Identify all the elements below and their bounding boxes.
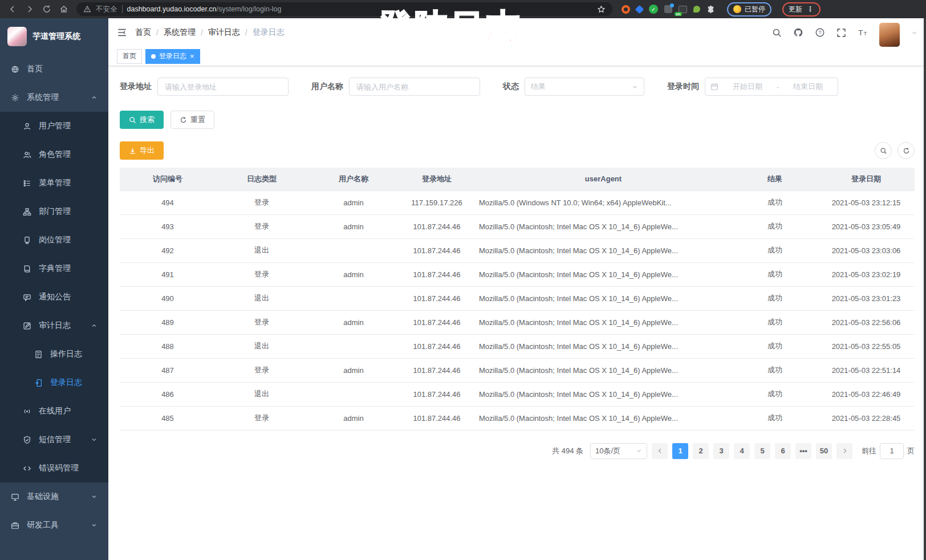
toggle-search-button[interactable] — [875, 142, 892, 159]
app-logo[interactable]: 芋道管理系统 — [0, 18, 108, 55]
sidebar-item-home[interactable]: 首页 — [0, 55, 108, 83]
sidebar-item-system[interactable]: 系统管理 — [0, 83, 108, 112]
sidebar-item-user-mgmt[interactable]: 用户管理 — [0, 112, 108, 140]
breadcrumb-item[interactable]: 系统管理 — [164, 27, 196, 38]
table-cell: Mozilla/5.0 (Windows NT 10.0; Win64; x64… — [474, 190, 732, 214]
goto-page-input[interactable] — [880, 443, 904, 459]
close-tab-icon[interactable]: × — [190, 52, 194, 60]
sidebar-item-login-log[interactable]: 登录日志 — [0, 368, 108, 397]
column-header: 结果 — [732, 168, 818, 190]
status-placeholder: 结果 — [531, 82, 546, 92]
goto-unit: 页 — [907, 446, 915, 456]
search-button[interactable]: 搜索 — [120, 111, 164, 129]
extension-icon-list[interactable]: on — [679, 6, 687, 13]
last-page-button[interactable]: 50 — [816, 443, 832, 459]
login-address-input[interactable] — [157, 78, 289, 96]
table-cell: 退出 — [216, 238, 308, 262]
extension-icon-green[interactable]: ✓ — [649, 5, 658, 14]
extensions-puzzle-icon[interactable] — [706, 5, 715, 14]
table-cell: 成功 — [732, 262, 818, 286]
tab-login-log[interactable]: 登录日志 × — [145, 49, 200, 64]
browser-menu-icon[interactable]: ⋮ — [807, 5, 814, 13]
sidebar-item-dev-tools[interactable]: 研发工具 — [0, 511, 108, 539]
export-button-label: 导出 — [140, 145, 155, 156]
svg-text:T: T — [858, 29, 863, 37]
font-size-icon[interactable]: TT — [858, 27, 868, 38]
sidebar-item-audit-log[interactable]: 审计日志 — [0, 311, 108, 340]
status-select[interactable]: 结果 — [525, 78, 644, 96]
avatar-caret-down-icon[interactable] — [911, 30, 917, 36]
username-input[interactable] — [349, 78, 480, 96]
page-ellipsis[interactable]: ••• — [795, 443, 811, 459]
badge-icon — [23, 236, 31, 245]
window-scrollbar[interactable] — [924, 18, 926, 560]
sidebar-item-label: 岗位管理 — [39, 235, 71, 245]
fullscreen-icon[interactable] — [836, 28, 846, 38]
sidebar-item-sms-mgmt[interactable]: 短信管理 — [0, 425, 108, 454]
prev-page-button[interactable] — [652, 443, 668, 459]
user-avatar[interactable] — [879, 23, 900, 47]
browser-home-icon[interactable] — [56, 2, 72, 17]
tab-home[interactable]: 首页 — [117, 49, 142, 64]
sidebar-item-notice[interactable]: 通知公告 — [0, 283, 108, 311]
browser-back-icon[interactable] — [5, 2, 21, 17]
breadcrumb-item[interactable]: 首页 — [135, 27, 151, 38]
extension-icon-orange[interactable] — [622, 5, 630, 14]
table-cell: 101.87.244.46 — [399, 358, 474, 382]
bookmark-star-icon[interactable] — [597, 5, 606, 14]
sidebar-item-label: 短信管理 — [39, 435, 71, 445]
table-cell: 成功 — [732, 190, 818, 214]
page-button[interactable]: 2 — [693, 443, 709, 459]
page-button[interactable]: 5 — [754, 443, 770, 459]
browser-reload-icon[interactable] — [39, 2, 55, 17]
sidebar-item-infrastructure[interactable]: 基础设施 — [0, 482, 108, 511]
page-button[interactable]: 4 — [734, 443, 750, 459]
refresh-table-button[interactable] — [897, 142, 915, 159]
svg-text:?: ? — [818, 30, 821, 35]
breadcrumb-item[interactable]: 审计日志 — [208, 27, 240, 38]
browser-update-button[interactable]: 更新⋮ — [782, 2, 821, 17]
page-button[interactable]: 1 — [672, 443, 688, 459]
sidebar-item-role-mgmt[interactable]: 角色管理 — [0, 140, 108, 169]
extension-icon-sprout[interactable] — [693, 6, 700, 13]
github-icon[interactable] — [793, 27, 803, 38]
sidebar-item-operation-log[interactable]: 操作日志 — [0, 340, 108, 368]
page-button[interactable]: 6 — [775, 443, 791, 459]
login-time-range-picker[interactable]: 开始日期 - 结束日期 — [705, 78, 838, 96]
table-row: 485登录admin101.87.244.46Mozilla/5.0 (Maci… — [120, 406, 915, 430]
next-page-button[interactable] — [836, 443, 852, 459]
table-cell: 登录 — [216, 190, 308, 214]
reset-button[interactable]: 重置 — [170, 111, 214, 129]
page-button[interactable]: 3 — [713, 443, 729, 459]
app-title: 芋道管理系统 — [33, 31, 80, 42]
sidebar-item-error-code-mgmt[interactable]: 错误码管理 — [0, 454, 108, 482]
table-cell: admin — [308, 262, 399, 286]
start-date-placeholder: 开始日期 — [723, 82, 772, 92]
address-bar[interactable]: 不安全 dashboard.yudao.iocoder.cn/system/lo… — [76, 2, 612, 16]
table-cell: 492 — [120, 238, 216, 262]
table-cell: 2021-05-03 22:46:49 — [818, 382, 915, 406]
security-label[interactable]: 不安全 — [96, 5, 117, 14]
date-separator: - — [777, 83, 779, 91]
table-row: 492退出101.87.244.46Mozilla/5.0 (Macintosh… — [120, 238, 915, 262]
extension-icon-grid[interactable] — [664, 5, 672, 13]
sidebar-item-dept-mgmt[interactable]: 部门管理 — [0, 197, 108, 226]
browser-forward-icon[interactable] — [22, 2, 38, 17]
sidebar-item-menu-mgmt[interactable]: 菜单管理 — [0, 169, 108, 197]
sidebar-item-post-mgmt[interactable]: 岗位管理 — [0, 226, 108, 254]
table-cell: Mozilla/5.0 (Macintosh; Intel Mac OS X 1… — [474, 382, 732, 406]
sidebar-item-label: 通知公告 — [39, 292, 71, 302]
table-cell: Mozilla/5.0 (Macintosh; Intel Mac OS X 1… — [474, 238, 732, 262]
help-icon[interactable]: ? — [815, 27, 825, 38]
profile-paused-badge[interactable]: 已暂停 — [727, 2, 771, 17]
search-icon[interactable] — [772, 28, 782, 38]
export-button[interactable]: 导出 — [120, 141, 164, 160]
extension-icon-blue[interactable] — [635, 5, 644, 14]
table-cell: admin — [308, 358, 399, 382]
page-size-select[interactable]: 10条/页 — [590, 443, 647, 459]
sidebar-item-dict-mgmt[interactable]: 字典管理 — [0, 254, 108, 283]
table-cell: 101.87.244.46 — [399, 214, 474, 238]
table-row: 489登录admin101.87.244.46Mozilla/5.0 (Maci… — [120, 310, 915, 334]
collapse-sidebar-icon[interactable] — [117, 27, 127, 38]
sidebar-item-online-users[interactable]: 在线用户 — [0, 397, 108, 425]
